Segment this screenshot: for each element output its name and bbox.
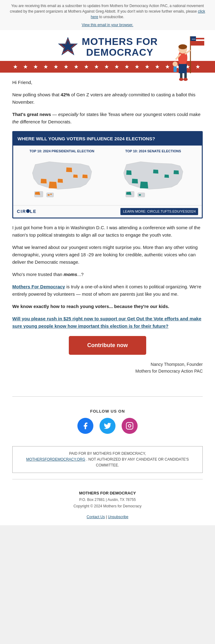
org-name: MOTHERS FOR DEMOCRACY [82, 36, 158, 58]
footer-links: Contact Us | Unsubscribe [0, 512, 215, 525]
right-label-prefix: TOP 10: [125, 149, 138, 153]
follow-label: FOLLOW US ON [12, 409, 203, 414]
svg-point-10 [178, 44, 187, 49]
paragraph-2: That's great news — especially for state… [12, 111, 203, 126]
view-browser-link[interactable]: View this email in your browser. [82, 23, 133, 27]
paid-link[interactable]: MOTHERSFORDEMOCRACY.ORG [26, 457, 85, 462]
contact-us-link[interactable]: Contact Us [87, 515, 105, 519]
presidential-map-label: TOP 10: 2024 PRESIDENTIAL ELECTION [16, 149, 108, 154]
paragraph-6: Mothers For Democracy is truly a one-of-… [12, 283, 203, 298]
svg-point-18 [173, 62, 178, 66]
paragraph-3: I just got home from a trip in Washingto… [12, 224, 203, 239]
paragraph-1: New polling shows that 42% of Gen Z vote… [12, 91, 203, 106]
svg-point-16 [179, 78, 183, 81]
header-area: MOTHERS FOR DEMOCRACY ★★★ [0, 30, 215, 73]
svg-rect-11 [179, 64, 187, 73]
mfd-link[interactable]: Mothers For Democracy [12, 284, 65, 289]
divider-1 [12, 396, 203, 397]
svg-rect-19 [174, 66, 177, 72]
preheader-text: You are receiving this email as a subscr… [0, 0, 215, 22]
signature-line1: Nancy Thompson, Founder [12, 361, 203, 368]
org-name-line1: MOTHERS FOR [82, 36, 158, 47]
woman-flag-illustration: ★★★ [163, 33, 206, 82]
left-label-prefix: TOP 10: [29, 149, 42, 153]
paid-text: PAID FOR BY MOTHERS FOR DEMOCRACY, [69, 451, 146, 456]
header-illustration: ★★★ [163, 33, 206, 83]
twitter-svg [104, 422, 111, 430]
infographic-maps: TOP 10: 2024 PRESIDENTIAL ELECTION [13, 146, 202, 205]
paid-text2: . NOT AUTHORIZED BY ANY CANDIDATE OR CAN… [86, 457, 189, 467]
footer-org-name: MOTHERS FOR DEMOCRACY [79, 491, 136, 495]
left-label: 2024 PRESIDENTIAL ELECTION [43, 149, 94, 153]
follow-section: FOLLOW US ON [0, 403, 215, 443]
svg-point-23 [50, 194, 52, 195]
right-label: 2024 SENATE ELECTIONS [139, 149, 181, 153]
paragraph-5: Who's more trusted than moms...? [12, 271, 203, 278]
preheader-body: You are receiving this email as a subscr… [10, 4, 204, 14]
org-name-line2: DEMOCRACY [82, 47, 158, 58]
bold-block: We know exactly how to reach young voter… [12, 303, 203, 310]
rush-link[interactable]: Will you please rush in $25 right now to… [12, 315, 203, 330]
svg-point-17 [183, 78, 188, 81]
svg-rect-27 [126, 422, 133, 429]
footer-copyright: Copyright © 2024 Mothers for Democracy [73, 504, 142, 508]
signature: Nancy Thompson, Founder Mothers for Demo… [12, 361, 203, 375]
social-icons [12, 418, 203, 434]
svg-point-26 [139, 194, 141, 196]
view-browser-bar: View this email in your browser. [0, 22, 215, 30]
footer-address: P.O. Box 27881 | Austin, TX 78755 [79, 498, 136, 502]
footer-info: MOTHERS FOR DEMOCRACY P.O. Box 27881 | A… [0, 486, 215, 512]
paragraph-4: What we learned about our youngest voter… [12, 244, 203, 266]
star-logo-icon [57, 36, 79, 58]
instagram-svg [126, 422, 134, 430]
infographic-header: WHERE WILL YOUNG VOTERS INFLUENCE 2024 E… [13, 132, 202, 146]
infographic-footer: CIRLE LEARN MORE: CIRCLE.TUFTS.EDU/YESI2… [13, 205, 202, 218]
divider-2 [12, 479, 203, 479]
contribute-button-wrap: Contribute now [12, 336, 203, 355]
paid-for-box: PAID FOR BY MOTHERS FOR DEMOCRACY, MOTHE… [12, 446, 203, 473]
contribute-button[interactable]: Contribute now [69, 336, 146, 355]
infographic-block: WHERE WILL YOUNG VOTERS INFLUENCE 2024 E… [12, 131, 203, 218]
svg-point-22 [47, 194, 49, 196]
us-map-presidential [27, 156, 97, 200]
presidential-map-section: TOP 10: 2024 PRESIDENTIAL ELECTION [16, 149, 108, 202]
body-content: Hi Friend, New polling shows that 42% of… [0, 73, 215, 390]
instagram-icon[interactable] [122, 418, 138, 434]
email-container: You are receiving this email as a subscr… [0, 0, 215, 525]
preheader-unsub-text: to unsubscribe. [99, 15, 124, 19]
senate-map-section: TOP 10: 2024 SENATE ELECTIONS [108, 149, 199, 202]
senate-map-label: TOP 10: 2024 SENATE ELECTIONS [108, 149, 199, 154]
circle-logo: CIRLE [17, 208, 37, 215]
logo-block: MOTHERS FOR DEMOCRACY ★★★ [0, 33, 215, 58]
facebook-icon[interactable] [77, 418, 93, 434]
us-map-senate [118, 156, 189, 200]
unsubscribe-link[interactable]: Unsubscribe [108, 515, 128, 519]
bold-block-text: We know exactly how to reach young voter… [12, 304, 169, 309]
signature-line2: Mothers for Democracy Action PAC [12, 368, 203, 374]
circle-link-label: LEARN MORE: CIRCLE.TUFTS.EDU/YESI2024 [120, 208, 198, 215]
facebook-svg [81, 422, 89, 430]
svg-text:★★★: ★★★ [192, 38, 196, 40]
twitter-icon[interactable] [100, 418, 115, 434]
